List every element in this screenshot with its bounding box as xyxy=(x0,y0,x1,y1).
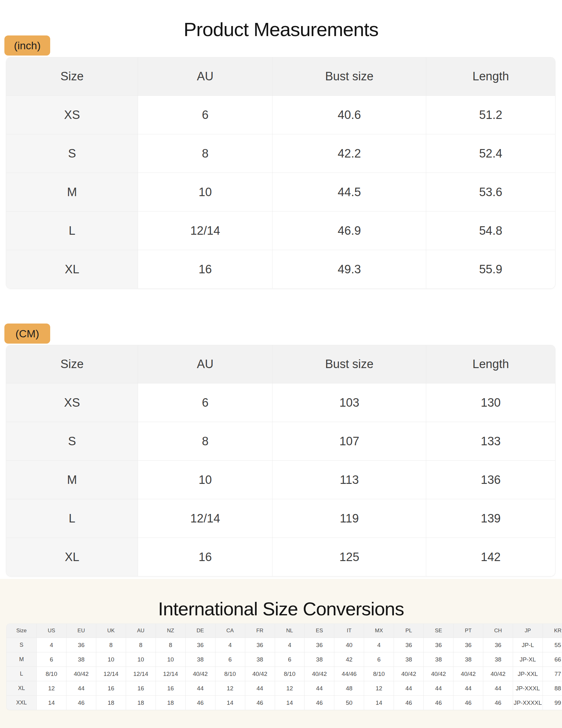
value-cell: 12/14 xyxy=(126,667,156,681)
value-cell: 10 xyxy=(156,652,186,667)
value-cell: 12 xyxy=(364,681,394,696)
value-cell: 44.5 xyxy=(273,173,426,211)
value-cell: 14 xyxy=(275,696,305,710)
value-cell: 44 xyxy=(67,681,96,696)
column-header-cell: Length xyxy=(426,345,555,383)
value-cell: 10 xyxy=(96,652,126,667)
header-row: SizeAUBust sizeLength xyxy=(6,57,555,96)
table-row: M1044.553.6 xyxy=(6,173,555,211)
column-header-cell: KR xyxy=(543,624,562,638)
value-cell: 12/14 xyxy=(138,211,273,250)
value-cell: 8 xyxy=(126,638,156,652)
value-cell: 46.9 xyxy=(273,211,426,250)
size-label-cell: XS xyxy=(6,96,138,134)
value-cell: 16 xyxy=(126,681,156,696)
value-cell: 36 xyxy=(245,638,275,652)
column-header-cell: SE xyxy=(424,624,453,638)
value-cell: 36 xyxy=(304,638,334,652)
value-cell: 38 xyxy=(245,652,275,667)
value-cell: JP-XXXXL xyxy=(513,696,543,710)
value-cell: 18 xyxy=(96,696,126,710)
value-cell: 10 xyxy=(138,461,273,499)
value-cell: 38 xyxy=(304,652,334,667)
value-cell: 46 xyxy=(186,696,216,710)
value-cell: 51.2 xyxy=(426,96,555,134)
value-cell: 48 xyxy=(334,681,364,696)
column-header-cell: EU xyxy=(67,624,96,638)
column-header-cell: Size xyxy=(6,345,138,383)
size-label-cell: M xyxy=(6,461,138,499)
value-cell: 18 xyxy=(126,696,156,710)
value-cell: 18 xyxy=(156,696,186,710)
unit-badge-inch: (inch) xyxy=(4,35,50,56)
value-cell: 10 xyxy=(126,652,156,667)
value-cell: 8/10 xyxy=(216,667,245,681)
value-cell: 40/42 xyxy=(424,667,453,681)
size-label-cell: XXL xyxy=(7,696,37,710)
value-cell: 40/42 xyxy=(453,667,483,681)
value-cell: 119 xyxy=(273,499,426,538)
value-cell: JP-XL xyxy=(513,652,543,667)
value-cell: 125 xyxy=(273,538,426,576)
column-header-cell: PT xyxy=(453,624,483,638)
column-header-cell: Size xyxy=(7,624,37,638)
page-title: Product Measurements xyxy=(0,18,562,40)
table-row: XXL14461818184614461446501446464646JP-XX… xyxy=(7,696,562,710)
value-cell: 40/42 xyxy=(186,667,216,681)
size-label-cell: XL xyxy=(6,250,138,288)
table-row: M10113136 xyxy=(6,461,555,499)
column-header-cell: AU xyxy=(138,345,273,383)
value-cell: 46 xyxy=(304,696,334,710)
column-header-cell: Length xyxy=(426,57,555,96)
value-cell: 38 xyxy=(186,652,216,667)
column-header-cell: Bust size xyxy=(273,57,426,96)
table-row: XL16125142 xyxy=(6,538,555,576)
table-row: S4368883643643640436363636JP-L55 xyxy=(7,638,562,652)
table-row: S8107133 xyxy=(6,422,555,461)
column-header-cell: ES xyxy=(304,624,334,638)
value-cell: 44 xyxy=(245,681,275,696)
table-row: XS6103130 xyxy=(6,383,555,422)
value-cell: 38 xyxy=(394,652,424,667)
value-cell: 12 xyxy=(275,681,305,696)
value-cell: 36 xyxy=(453,638,483,652)
column-header-cell: DE xyxy=(186,624,216,638)
value-cell: 16 xyxy=(138,538,273,576)
size-label-cell: XL xyxy=(6,538,138,576)
value-cell: 4 xyxy=(364,638,394,652)
value-cell: 44 xyxy=(394,681,424,696)
value-cell: 8 xyxy=(156,638,186,652)
value-cell: 113 xyxy=(273,461,426,499)
value-cell: 38 xyxy=(67,652,96,667)
value-cell: 53.6 xyxy=(426,173,555,211)
value-cell: 6 xyxy=(364,652,394,667)
value-cell: 14 xyxy=(37,696,67,710)
value-cell: 40 xyxy=(334,638,364,652)
value-cell: 40.6 xyxy=(273,96,426,134)
international-size-conversions-table: SizeUSEUUKAUNZDECAFRNLESITMXPLSEPTCHJPKR… xyxy=(7,624,562,710)
size-chart-page: Product Measurements (inch) SizeAUBust s… xyxy=(0,0,562,728)
value-cell: 44 xyxy=(453,681,483,696)
column-header-cell: IT xyxy=(334,624,364,638)
value-cell: 14 xyxy=(216,696,245,710)
value-cell: 36 xyxy=(67,638,96,652)
table-row: M6381010103863863842638383838JP-XL66 xyxy=(7,652,562,667)
column-header-cell: PL xyxy=(394,624,424,638)
value-cell: 38 xyxy=(453,652,483,667)
header-row: SizeUSEUUKAUNZDECAFRNLESITMXPLSEPTCHJPKR xyxy=(7,624,562,638)
value-cell: 12 xyxy=(216,681,245,696)
value-cell: 103 xyxy=(273,383,426,422)
size-label-cell: M xyxy=(7,652,37,667)
column-header-cell: US xyxy=(37,624,67,638)
value-cell: 40/42 xyxy=(304,667,334,681)
inch-measurements-table: SizeAUBust sizeLengthXS640.651.2S842.252… xyxy=(6,57,555,288)
value-cell: 42.2 xyxy=(273,134,426,173)
column-header-cell: MX xyxy=(364,624,394,638)
value-cell: 44/46 xyxy=(334,667,364,681)
column-header-cell: NL xyxy=(275,624,305,638)
value-cell: 16 xyxy=(138,250,273,288)
value-cell: 6 xyxy=(37,652,67,667)
value-cell: 38 xyxy=(424,652,453,667)
value-cell: 6 xyxy=(138,383,273,422)
column-header-cell: JP xyxy=(513,624,543,638)
